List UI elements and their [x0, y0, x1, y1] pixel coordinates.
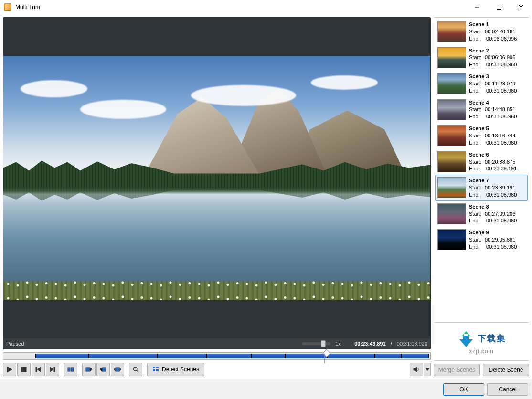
scene-end: End: 00:06:06.996 — [469, 35, 517, 42]
svg-rect-22 — [156, 367, 159, 368]
scene-item[interactable]: Scene 7Start: 00:23:39.191End: 00:31:08.… — [435, 175, 528, 201]
svg-point-19 — [133, 367, 137, 371]
timeline-segment[interactable] — [251, 354, 286, 358]
volume-dropdown[interactable] — [424, 363, 431, 376]
close-button[interactable] — [510, 0, 532, 14]
detect-scenes-icon — [152, 366, 159, 374]
scene-item[interactable]: Scene 3Start: 00:11:23.079End: 00:31:08.… — [435, 71, 528, 97]
svg-rect-23 — [153, 369, 155, 371]
stop-button[interactable] — [17, 363, 31, 376]
speed-label: 1x — [335, 341, 350, 346]
svg-rect-10 — [68, 368, 70, 371]
scene-end: End: 00:31:08.960 — [469, 217, 517, 224]
timeline-segment[interactable] — [285, 354, 328, 358]
status-strip: Paused 1x 00:23:43.891 / 00:31:08.920 — [3, 338, 430, 349]
ok-button[interactable]: OK — [443, 383, 484, 396]
scene-info: Scene 9Start: 00:29:05.881End: 00:31:08.… — [469, 229, 517, 251]
scene-title: Scene 1 — [469, 21, 517, 28]
scene-item[interactable]: Scene 8Start: 00:27:09.206End: 00:31:08.… — [435, 201, 528, 227]
speed-slider[interactable] — [302, 342, 330, 345]
video-frame[interactable] — [3, 56, 430, 300]
svg-marker-18 — [120, 368, 121, 371]
scene-thumbnail — [437, 73, 466, 94]
scene-thumbnail — [437, 21, 466, 42]
scene-thumbnail — [437, 47, 466, 68]
svg-marker-4 — [7, 367, 12, 372]
scene-thumbnail — [437, 177, 466, 198]
mark-out-button[interactable] — [96, 363, 110, 376]
timeline[interactable] — [3, 352, 431, 360]
watermark-arrow-icon — [457, 329, 476, 348]
zoom-button[interactable] — [129, 363, 142, 376]
window-title: Multi Trim — [15, 4, 466, 10]
timeline-segment[interactable] — [401, 354, 429, 358]
svg-rect-15 — [102, 368, 106, 371]
watermark: 下载集 xzji.com — [434, 323, 529, 361]
scene-start: Start: 00:14:48.851 — [469, 106, 517, 113]
scene-item[interactable]: Scene 9Start: 00:29:05.881End: 00:31:08.… — [435, 227, 528, 253]
scene-start: Start: 00:18:16.744 — [469, 132, 517, 139]
selection-button[interactable] — [111, 363, 124, 376]
scene-title: Scene 4 — [469, 99, 517, 106]
merge-scenes-button[interactable]: Merge Scenes — [434, 364, 480, 376]
volume-button[interactable] — [410, 363, 423, 376]
scene-list[interactable]: Scene 1Start: 00:02:20.161End: 00:06:06.… — [434, 17, 529, 323]
current-time: 00:23:43.891 — [354, 341, 385, 346]
scene-thumbnail — [437, 229, 466, 250]
watermark-url: xzji.com — [469, 348, 493, 355]
scene-item[interactable]: Scene 6Start: 00:20:38.875End: 00:23:39.… — [435, 149, 528, 175]
detect-scenes-label: Detect Scenes — [162, 366, 199, 373]
svg-marker-16 — [114, 368, 115, 371]
mark-in-button[interactable] — [82, 363, 96, 376]
content: Paused 1x 00:23:43.891 / 00:31:08.920 — [0, 14, 532, 379]
maximize-button[interactable] — [488, 0, 510, 14]
svg-marker-7 — [37, 367, 41, 372]
scene-end: End: 00:31:08.960 — [469, 191, 517, 199]
scene-info: Scene 7Start: 00:23:39.191End: 00:31:08.… — [469, 177, 517, 199]
titlebar: Multi Trim — [0, 0, 532, 14]
scene-item[interactable]: Scene 4Start: 00:14:48.851End: 00:31:08.… — [435, 97, 528, 123]
scene-end: End: 00:31:08.960 — [469, 139, 517, 147]
scene-item[interactable]: Scene 5Start: 00:18:16.744End: 00:31:08.… — [435, 123, 528, 149]
scene-thumbnail — [437, 151, 466, 172]
letterbox-bottom — [3, 300, 430, 338]
scene-thumbnail — [437, 99, 466, 120]
toolbar: Detect Scenes — [3, 363, 431, 376]
next-frame-button[interactable] — [46, 363, 59, 376]
svg-rect-5 — [21, 367, 26, 372]
timeline-segment[interactable] — [35, 354, 89, 358]
scene-title: Scene 2 — [469, 47, 517, 54]
scene-start: Start: 00:20:38.875 — [469, 158, 517, 166]
svg-marker-14 — [100, 368, 102, 371]
svg-marker-28 — [459, 336, 473, 347]
detect-scenes-button[interactable]: Detect Scenes — [147, 363, 204, 376]
svg-rect-17 — [116, 368, 119, 371]
scene-title: Scene 9 — [469, 229, 517, 236]
scene-info: Scene 6Start: 00:20:38.875End: 00:23:39.… — [469, 151, 517, 173]
minimize-button[interactable] — [466, 0, 488, 14]
right-column: Scene 1Start: 00:02:20.161End: 00:06:06.… — [434, 17, 529, 379]
scene-item[interactable]: Scene 1Start: 00:02:20.161End: 00:06:06.… — [435, 19, 528, 45]
scene-info: Scene 3Start: 00:11:23.079End: 00:31:08.… — [469, 73, 517, 94]
svg-line-20 — [137, 370, 138, 372]
scene-end: End: 00:31:08.960 — [469, 87, 517, 94]
timeline-segment[interactable] — [157, 354, 206, 358]
scene-start: Start: 00:06:06.996 — [469, 54, 517, 61]
timeline-segment[interactable] — [375, 354, 401, 358]
cancel-button[interactable]: Cancel — [487, 383, 528, 396]
scene-end: End: 00:31:08.960 — [469, 243, 517, 251]
scene-info: Scene 4Start: 00:14:48.851End: 00:31:08.… — [469, 99, 517, 121]
split-button[interactable] — [64, 363, 77, 376]
timeline-segment[interactable] — [89, 354, 157, 358]
prev-frame-button[interactable] — [32, 363, 45, 376]
playback-state: Paused — [6, 341, 24, 346]
svg-rect-12 — [86, 368, 90, 371]
svg-rect-21 — [153, 367, 155, 368]
scene-thumbnail — [437, 125, 466, 146]
timeline-segment[interactable] — [206, 354, 251, 358]
delete-scene-button[interactable]: Delete Scene — [483, 364, 529, 376]
timeline-segment[interactable] — [328, 354, 374, 358]
play-button[interactable] — [3, 363, 16, 376]
scene-info: Scene 1Start: 00:02:20.161End: 00:06:06.… — [469, 21, 517, 42]
scene-item[interactable]: Scene 2Start: 00:06:06.996End: 00:31:08.… — [435, 45, 528, 71]
